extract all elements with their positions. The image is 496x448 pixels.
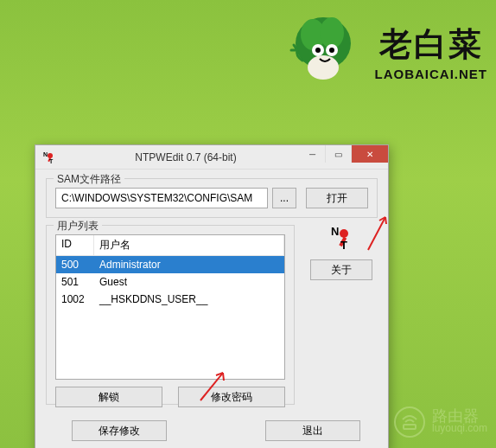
brand-text: 老白菜 LAOBAICAI.NET (375, 22, 488, 81)
open-button[interactable]: 打开 (306, 188, 368, 208)
svg-text:N: N (43, 151, 48, 157)
brand-area: 老白菜 LAOBAICAI.NET (280, 9, 488, 95)
list-header: ID 用户名 (56, 235, 284, 256)
svg-point-2 (320, 17, 344, 48)
svg-text:N: N (331, 225, 339, 238)
cell-id: 1002 (56, 291, 94, 308)
unlock-button[interactable]: 解锁 (55, 387, 162, 407)
app-logo-icon: N T (328, 225, 354, 251)
sam-path-legend: SAM文件路径 (54, 172, 124, 187)
svg-rect-16 (404, 425, 416, 429)
table-row[interactable]: 500Administrator (56, 256, 284, 273)
col-name[interactable]: 用户名 (94, 235, 284, 255)
col-id[interactable]: ID (56, 235, 94, 255)
cell-id: 501 (56, 273, 94, 291)
table-row[interactable]: 1002__HSKDDNS_USER__ (56, 291, 284, 308)
footer-label: 路由器 (432, 410, 487, 422)
sam-path-group: SAM文件路径 ... 打开 (46, 178, 378, 218)
sam-path-input[interactable] (55, 188, 268, 208)
browse-button[interactable]: ... (272, 188, 296, 208)
about-button[interactable]: 关于 (310, 259, 372, 280)
user-list[interactable]: ID 用户名 500Administrator501Guest1002__HSK… (55, 234, 285, 380)
cell-name: Guest (94, 273, 284, 291)
brand-subtitle: LAOBAICAI.NET (375, 67, 488, 81)
router-icon (394, 406, 425, 438)
save-button[interactable]: 保存修改 (72, 420, 167, 441)
footer-site: luyouqi.com (432, 422, 487, 434)
exit-button[interactable]: 退出 (265, 420, 360, 441)
minimize-button[interactable]: ─ (300, 145, 326, 163)
change-password-button[interactable]: 修改密码 (178, 387, 285, 407)
titlebar[interactable]: N T NTPWEdit 0.7 (64-bit) ─ ▭ ✕ (35, 145, 388, 170)
svg-point-13 (340, 229, 348, 238)
close-button[interactable]: ✕ (352, 145, 388, 163)
svg-text:T: T (340, 239, 347, 251)
table-row[interactable]: 501Guest (56, 273, 284, 291)
footer-watermark: 路由器 luyouqi.com (394, 406, 487, 438)
maximize-button[interactable]: ▭ (326, 145, 352, 163)
userlist-group: 用户列表 ID 用户名 500Administrator501Guest1002… (46, 225, 295, 405)
arrow-annotation-icon (197, 368, 232, 404)
svg-text:T: T (49, 158, 54, 164)
mascot-icon (280, 9, 366, 95)
brand-title: 老白菜 (379, 22, 483, 67)
svg-point-5 (315, 48, 321, 53)
cell-name: __HSKDDNS_USER__ (94, 291, 284, 308)
cell-name: Administrator (94, 256, 284, 273)
cell-id: 500 (56, 256, 94, 273)
svg-point-7 (329, 48, 334, 53)
app-icon: N T (42, 150, 56, 164)
arrow-annotation-icon (363, 212, 392, 255)
userlist-legend: 用户列表 (54, 219, 102, 234)
svg-point-3 (308, 55, 339, 80)
